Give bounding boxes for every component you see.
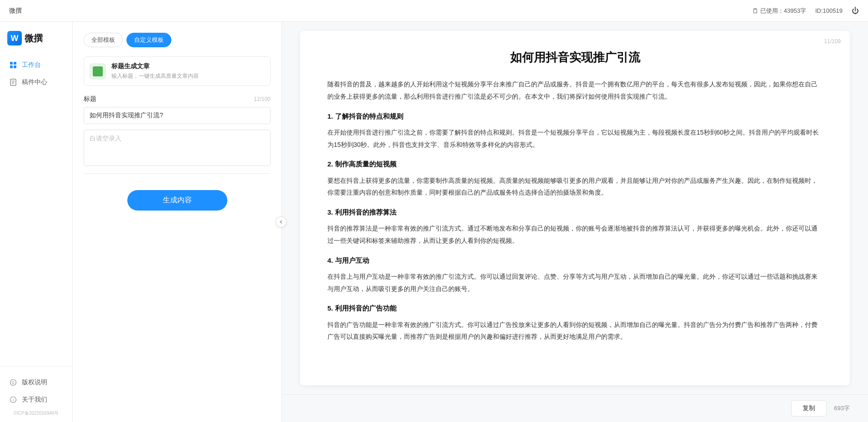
tab-all[interactable]: 全部模板 (84, 33, 123, 47)
logo-text: 微撰 (25, 32, 43, 45)
sidebar-bottom: © 版权说明 i 关于我们 ©ICP备2022016946号 (0, 366, 72, 422)
tab-custom[interactable]: 自定义模板 (126, 33, 171, 47)
title-label-row: 标题 12/100 (84, 95, 271, 103)
collapse-arrow[interactable] (276, 216, 286, 227)
workbench-icon (9, 61, 17, 69)
title-input[interactable] (84, 107, 271, 124)
template-icon-inner (93, 66, 103, 76)
panel-divider (84, 173, 271, 174)
icp-text: ©ICP备2022016946号 (0, 408, 72, 418)
svg-rect-1 (14, 62, 16, 65)
section-heading-5: 5. 利用抖音的广告功能 (327, 302, 823, 315)
title-field-section: 标题 12/100 (84, 95, 271, 124)
template-name: 标题生成文章 (111, 62, 265, 70)
sidebar-item-workbench[interactable]: 工作台 (0, 56, 72, 74)
logo-icon: W (7, 31, 22, 45)
placeholder-text: 白请空录入 (90, 135, 121, 142)
left-panel: 全部模板 自定义模板 标题生成文章 输入标题，一键生成高质量文章内容 标题 12… (73, 22, 282, 422)
drafts-label: 稿件中心 (22, 78, 47, 86)
content-area: 全部模板 自定义模板 标题生成文章 输入标题，一键生成高质量文章内容 标题 12… (73, 22, 868, 422)
article-intro: 随着抖音的普及，越来越多的人开始利用这个短视频分享平台来推广自己的产品或服务。抖… (327, 78, 823, 102)
template-tabs: 全部模板 自定义模板 (84, 33, 271, 47)
section-para-5: 抖音的广告功能是一种非常有效的推广引流方式。你可以通过广告投放来让更多的人看到你… (327, 319, 823, 343)
sidebar-item-about[interactable]: i 关于我们 (0, 391, 72, 408)
drafts-icon (9, 78, 17, 86)
usage-label: 已使用：43953字 (760, 7, 806, 15)
template-icon (90, 63, 106, 80)
copy-button[interactable]: 复制 (791, 400, 827, 417)
copyright-label: 版权说明 (22, 378, 47, 387)
power-icon[interactable]: ⏻ (852, 7, 859, 15)
copyright-icon: © (9, 378, 17, 387)
article-container: 11/109 如何用抖音实现推广引流 随着抖音的普及，越来越多的人开始利用这个短… (300, 31, 850, 385)
section-heading-1: 1. 了解抖音的特点和规则 (327, 110, 823, 123)
template-info: 标题生成文章 输入标题，一键生成高质量文章内容 (111, 62, 265, 80)
svg-rect-2 (10, 65, 13, 68)
right-panel-bottom: 复制 693字 (282, 394, 868, 422)
sidebar-item-drafts[interactable]: 稿件中心 (0, 74, 72, 91)
sidebar: W 微撰 工作台 (0, 22, 73, 422)
section-heading-3: 3. 利用抖音的推荐算法 (327, 206, 823, 219)
topbar-right: 🗒 已使用：43953字 ID:100519 ⏻ (752, 7, 859, 15)
section-para-4: 在抖音上与用户互动是一种非常有效的推广引流方式。你可以通过回复评论、点赞、分享等… (327, 271, 823, 295)
template-card[interactable]: 标题生成文章 输入标题，一键生成高质量文章内容 (84, 56, 271, 86)
section-para-2: 要想在抖音上获得更多的流量，你需要制作高质量的短视频。高质量的短视频能够吸引更多… (327, 175, 823, 199)
topbar-title: 微撰 (9, 7, 22, 15)
svg-text:i: i (13, 398, 14, 402)
placeholder-area[interactable]: 白请空录入 (84, 130, 271, 166)
id-label: ID:100519 (815, 7, 843, 14)
about-icon: i (9, 396, 17, 404)
section-heading-2: 2. 制作高质量的短视频 (327, 158, 823, 171)
right-panel: 11/109 如何用抖音实现推广引流 随着抖音的普及，越来越多的人开始利用这个短… (282, 22, 868, 422)
main-layout: W 微撰 工作台 (0, 22, 868, 422)
section-para-3: 抖音的推荐算法是一种非常有效的推广引流方式。通过不断地发布和分享自己的短视频，你… (327, 222, 823, 246)
word-count: 693字 (834, 404, 850, 412)
left-panel-footer: 生成内容 (84, 190, 271, 211)
page-info: 11/109 (824, 38, 841, 45)
sidebar-item-copyright[interactable]: © 版权说明 (0, 374, 72, 391)
article-body: 随着抖音的普及，越来越多的人开始利用这个短视频分享平台来推广自己的产品或服务。抖… (327, 78, 823, 343)
template-desc: 输入标题，一键生成高质量文章内容 (111, 72, 265, 80)
svg-rect-0 (10, 62, 13, 65)
usage-icon: 🗒 (752, 7, 758, 15)
usage-info: 🗒 已使用：43953字 (752, 7, 806, 15)
about-label: 关于我们 (22, 396, 47, 404)
section-para-1: 在开始使用抖音进行推广引流之前，你需要了解抖音的特点和规则。抖音是一个短视频分享… (327, 126, 823, 151)
title-count: 12/100 (254, 96, 271, 102)
svg-rect-3 (14, 65, 16, 68)
svg-text:©: © (12, 381, 15, 385)
workbench-label: 工作台 (22, 61, 41, 69)
sidebar-logo: W 微撰 (0, 22, 72, 53)
section-heading-4: 4. 与用户互动 (327, 254, 823, 267)
sidebar-nav: 工作台 稿件中心 (0, 53, 72, 366)
generate-button[interactable]: 生成内容 (127, 190, 227, 211)
article-title: 如何用抖音实现推广引流 (327, 49, 823, 65)
title-label: 标题 (84, 95, 96, 103)
topbar: 微撰 🗒 已使用：43953字 ID:100519 ⏻ (0, 0, 868, 22)
